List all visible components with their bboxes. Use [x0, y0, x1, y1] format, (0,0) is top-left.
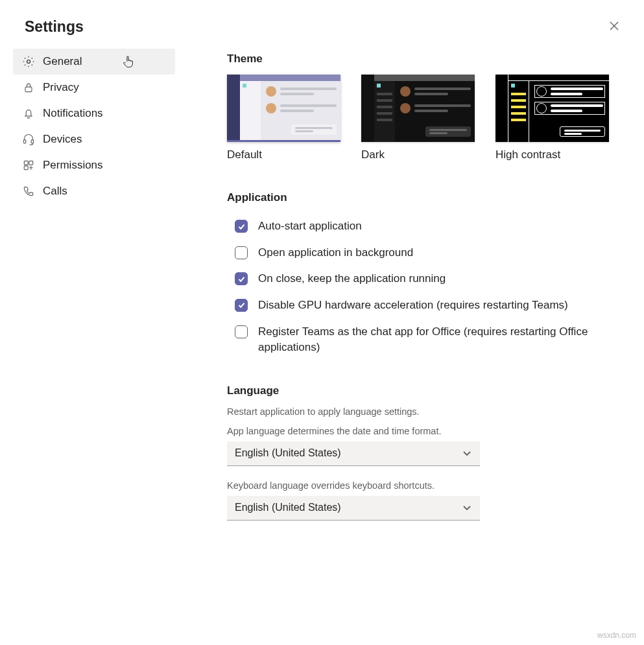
sidebar-item-permissions[interactable]: Permissions: [13, 152, 175, 178]
application-section-title: Application: [227, 191, 629, 204]
application-options: Auto-start application Open application …: [227, 213, 629, 361]
bell-icon: [22, 107, 35, 120]
chevron-down-icon: [462, 502, 472, 513]
theme-section-title: Theme: [227, 53, 629, 65]
checkbox-label: Auto-start application: [258, 218, 362, 235]
gear-icon: [22, 55, 35, 68]
sidebar-item-notifications[interactable]: Notifications: [13, 100, 175, 126]
svg-rect-4: [24, 161, 28, 165]
close-button[interactable]: [609, 18, 619, 33]
apps-icon: [22, 159, 35, 172]
checkbox-keep-running[interactable]: [235, 272, 248, 285]
chevron-down-icon: [462, 448, 472, 458]
page-title: Settings: [25, 18, 84, 36]
language-hint: Restart application to apply language se…: [227, 406, 629, 417]
sidebar-item-label: Privacy: [43, 81, 79, 94]
theme-label: Default: [227, 148, 340, 161]
checkbox-open-background[interactable]: [235, 246, 248, 259]
check-icon: [237, 275, 246, 283]
checkbox-label: On close, keep the application running: [258, 271, 446, 287]
phone-icon: [22, 185, 35, 198]
check-icon: [237, 222, 246, 231]
svg-rect-6: [24, 166, 28, 170]
sidebar-item-label: Permissions: [43, 159, 103, 172]
checkbox-disable-gpu[interactable]: [235, 299, 248, 312]
sidebar-item-privacy[interactable]: Privacy: [13, 75, 175, 100]
sidebar-item-label: Notifications: [43, 107, 103, 120]
keyboard-language-label: Keyboard language overrides keyboard sho…: [227, 480, 629, 491]
theme-option-default[interactable]: Default: [227, 75, 340, 161]
theme-option-high-contrast[interactable]: High contrast: [495, 75, 609, 161]
svg-rect-1: [25, 87, 32, 92]
checkbox-register-chat-app[interactable]: [235, 325, 248, 338]
app-language-label: App language determines the date and tim…: [227, 426, 629, 436]
sidebar-item-label: Calls: [43, 185, 67, 198]
sidebar-item-calls[interactable]: Calls: [13, 178, 175, 204]
keyboard-language-select[interactable]: English (United States): [227, 496, 480, 521]
watermark: wsxdn.com: [597, 631, 636, 640]
sidebar-item-devices[interactable]: Devices: [13, 126, 175, 152]
svg-point-0: [27, 60, 30, 64]
checkbox-label: Disable GPU hardware acceleration (requi…: [258, 298, 568, 314]
sidebar-item-label: Devices: [43, 133, 82, 146]
lock-icon: [22, 81, 35, 94]
svg-rect-5: [29, 161, 33, 165]
theme-thumb-default: [227, 75, 340, 142]
headset-icon: [22, 133, 35, 146]
checkbox-label: Register Teams as the chat app for Offic…: [258, 324, 629, 356]
svg-rect-3: [31, 140, 33, 143]
app-language-select[interactable]: English (United States): [227, 441, 480, 466]
check-icon: [237, 301, 246, 309]
checkbox-auto-start[interactable]: [235, 220, 248, 233]
theme-thumb-dark: [361, 75, 475, 142]
settings-content: Theme Default: [227, 49, 629, 535]
theme-label: Dark: [361, 148, 475, 161]
close-icon: [609, 21, 619, 31]
theme-thumb-high-contrast: [495, 75, 609, 142]
checkbox-label: Open application in background: [258, 245, 413, 261]
language-section-title: Language: [227, 384, 629, 397]
sidebar-item-label: General: [43, 55, 82, 68]
theme-label: High contrast: [495, 148, 609, 161]
cursor-hand-icon: [122, 55, 135, 68]
settings-sidebar: General Privacy Notifications Devices Pe…: [13, 49, 175, 535]
sidebar-item-general[interactable]: General: [13, 49, 175, 75]
select-value: English (United States): [235, 447, 341, 459]
svg-rect-2: [24, 140, 26, 143]
theme-option-dark[interactable]: Dark: [361, 75, 475, 161]
select-value: English (United States): [235, 502, 341, 513]
